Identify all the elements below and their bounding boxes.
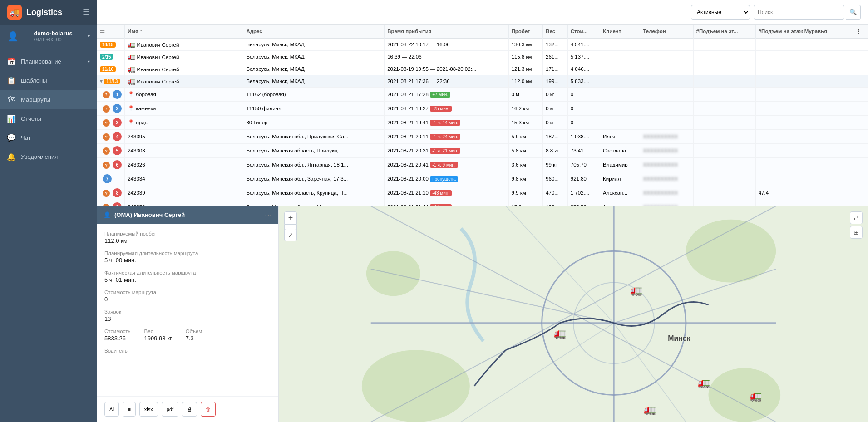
svg-point-4 <box>366 251 420 296</box>
sub-row-address: Беларусь, Минская область, Крупица, П... <box>243 186 385 200</box>
row-more[interactable] <box>853 39 868 51</box>
chevron-down-icon: ▾ <box>88 59 90 64</box>
sidebar-item-templates[interactable]: 📋 Шаблоны <box>0 71 97 90</box>
col-arrival[interactable]: Время прибытия <box>385 25 508 39</box>
row-name: 🚛 Иванович Сергей <box>125 51 243 63</box>
sidebar-item-notifications[interactable]: 🔔 Уведомления <box>0 147 97 166</box>
zoom-in-button[interactable]: + <box>284 211 297 224</box>
row-mileage: 115.8 км <box>508 51 543 63</box>
col-mileage[interactable]: Пробег <box>508 25 543 39</box>
delete-button[interactable]: 🗑 <box>201 402 216 417</box>
sub-row[interactable]: ? 4 243395 Беларусь, Минская обл., Прилу… <box>97 130 868 144</box>
row-more[interactable] <box>853 51 868 63</box>
planned-mileage-value: 112.0 км <box>104 237 271 244</box>
sub-row[interactable]: 7 243334 Беларусь, Минская обл., Заречна… <box>97 172 868 186</box>
hamburger-icon[interactable]: ☰ <box>83 7 90 17</box>
row-address: Беларусь, Минск, МКАД <box>243 39 385 51</box>
ai-button[interactable]: AI <box>104 402 119 417</box>
sub-row-q: ? 9 <box>97 200 125 206</box>
weight-label: Вес <box>144 329 172 334</box>
search-button[interactable]: 🔍 <box>846 5 861 20</box>
table-row-expanded[interactable]: ▾ 11/13 🚛 Иванович Сергей Беларусь, Минс… <box>97 75 868 88</box>
col-tag2[interactable]: #Подъем на этаж Муравья <box>755 25 853 39</box>
nav-label-routes: Маршруты <box>21 96 90 103</box>
truck-marker-4: 🚛 <box>750 390 762 402</box>
col-tag1[interactable]: #Подъем на эт... <box>693 25 755 39</box>
sub-row-q: ? 1 <box>97 88 125 102</box>
row-badge: ▾ 11/13 <box>97 75 125 88</box>
row-cost: 5 137.... <box>567 51 600 63</box>
sidebar-header: 🚚 Logistics ☰ <box>0 0 97 25</box>
table-row[interactable]: 14/15 🚛 Иванович Сергей Беларусь, Минск,… <box>97 39 868 51</box>
sub-row[interactable]: ? 9 243359 Беларусь, Минская область, Ма… <box>97 200 868 206</box>
row-tag2 <box>755 51 853 63</box>
sub-row-name: 📍 орды <box>125 116 243 130</box>
table-row[interactable]: 2/15 🚛 Иванович Сергей Беларусь, Минск, … <box>97 51 868 63</box>
row-arrival: 2021-08-19 19:55 — 2021-08-20 02:... <box>385 63 508 75</box>
sub-row-address: 11162 (боровая) <box>243 88 385 102</box>
sub-row-arrival: 2021-08-21 19:41 -1 ч. 14 мин. <box>385 116 508 130</box>
sub-row-q: ? 5 <box>97 144 125 158</box>
map-right-controls: ⇄ ⊞ <box>850 211 863 239</box>
xlsx-button[interactable]: xlsx <box>139 402 158 417</box>
routes-table-container: ☰ Имя ↑ Адрес Время прибытия Пробег Вес … <box>97 25 868 206</box>
search-input[interactable] <box>754 5 844 20</box>
row-cost: 4 541.... <box>567 39 600 51</box>
row-badge: 2/15 <box>97 51 125 63</box>
row-tag1 <box>693 39 755 51</box>
user-profile[interactable]: 👤 demo-belarus GMT +03:00 ▾ <box>0 25 97 48</box>
cost-value: 5833.26 <box>104 335 131 342</box>
sidebar-nav: 📅 Планирование ▾ 📋 Шаблоны 🗺 Маршруты 📊 … <box>0 48 97 422</box>
sidebar-item-chat[interactable]: 💬 Чат <box>0 128 97 147</box>
row-badge: 11/16 <box>97 63 125 75</box>
row-more[interactable] <box>853 75 868 88</box>
sub-row-q: ? 6 <box>97 158 125 172</box>
more-options-button[interactable]: ⋯ <box>265 211 272 219</box>
sidebar-item-routes[interactable]: 🗺 Маршруты <box>0 90 97 109</box>
pdf-button[interactable]: pdf <box>162 402 178 417</box>
map-panel: 🚛 🚛 🚛 🚛 🚛 Минск + − ⤢ ⇄ ⊞ <box>279 206 868 422</box>
truck-marker-1: 🚛 <box>630 284 643 296</box>
map-layers-button[interactable]: ⇄ <box>850 211 863 224</box>
list-button[interactable]: ≡ <box>123 402 135 417</box>
row-client <box>600 75 640 88</box>
col-cost[interactable]: Стои... <box>567 25 600 39</box>
sidebar-item-planning[interactable]: 📅 Планирование ▾ <box>0 52 97 71</box>
col-more[interactable]: ⋮ <box>853 25 868 39</box>
sub-row-name: 243303 <box>125 144 243 158</box>
row-weight: 199... <box>543 75 568 88</box>
metrics-row: Стоимость 5833.26 Вес 1999.98 кг Объем 7… <box>104 329 271 342</box>
sub-row[interactable]: ? 6 243326 Беларусь, Минская обл., Янтар… <box>97 158 868 172</box>
sidebar-item-reports[interactable]: 📊 Отчеты <box>0 109 97 128</box>
print-button[interactable]: 🖨 <box>182 402 197 417</box>
col-client[interactable]: Клиент <box>600 25 640 39</box>
sub-row-name: 243334 <box>125 172 243 186</box>
sub-row[interactable]: ? 3 📍 орды 30 Гипер 2021-08-21 19:41 -1 … <box>97 116 868 130</box>
row-badge: 14/15 <box>97 39 125 51</box>
col-weight[interactable]: Вес <box>543 25 568 39</box>
planned-duration-label: Планируемая длительность маршрута <box>104 250 271 256</box>
sub-row[interactable]: ? 1 📍 боровая 11162 (боровая) 2021-08-21… <box>97 88 868 102</box>
sub-row-arrival: 2021-08-21 17:28 +7 мин. <box>385 88 508 102</box>
table-row[interactable]: 11/16 🚛 Иванович Сергей Беларусь, Минск,… <box>97 63 868 75</box>
map-svg: 🚛 🚛 🚛 🚛 🚛 Минск <box>279 206 868 422</box>
row-name: 🚛 Иванович Сергей <box>125 75 243 88</box>
sub-row-q: ? 2 <box>97 102 125 116</box>
map-overlay-button[interactable]: ⊞ <box>850 226 863 239</box>
row-arrival: 16:39 — 22:06 <box>385 51 508 63</box>
col-address[interactable]: Адрес <box>243 25 385 39</box>
app-logo: 🚚 <box>7 5 22 20</box>
row-arrival: 2021-08-21 17:36 — 22:36 <box>385 75 508 88</box>
planned-mileage-row: Планируемый пробег 112.0 км <box>104 231 271 244</box>
sub-row-name: 242339 <box>125 186 243 200</box>
filter-select[interactable]: Активные Все Завершенные Отмененные <box>691 5 750 20</box>
map-expand-button[interactable]: ⤢ <box>284 229 297 241</box>
sub-row-address: Беларусь, Минская обл., Прилукская Сл... <box>243 130 385 144</box>
sub-row[interactable]: ? 5 243303 Беларусь, Минская область, Пр… <box>97 144 868 158</box>
sub-row[interactable]: ? 2 📍 каменка 11150 филиал 2021-08-21 18… <box>97 102 868 116</box>
sub-row[interactable]: ? 8 242339 Беларусь, Минская область, Кр… <box>97 186 868 200</box>
planned-duration-value: 5 ч. 00 мин. <box>104 257 271 264</box>
col-phone[interactable]: Телефон <box>640 25 693 39</box>
col-name[interactable]: Имя ↑ <box>125 25 243 39</box>
row-more[interactable] <box>853 63 868 75</box>
